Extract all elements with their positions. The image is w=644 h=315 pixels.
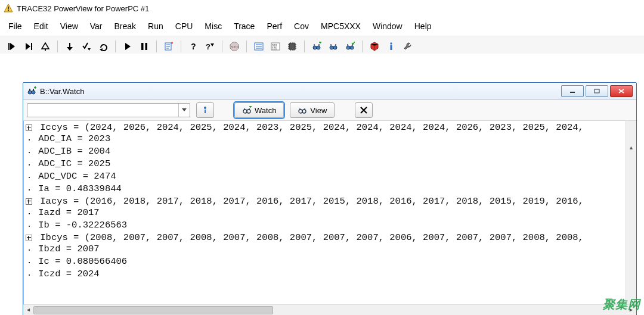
menu-help[interactable]: Help [408,20,438,32]
bullet-icon [26,183,33,196]
stop-sign-button[interactable]: STOP [227,39,242,54]
watch-row[interactable]: Ibcys = (2008, 2007, 2007, 2008, 2007, 2… [26,232,634,244]
svg-marker-4 [26,43,30,50]
watch-row[interactable]: Ia = 0.48339844 [26,183,634,196]
watch-row[interactable]: Iazd = 2017 [26,207,634,220]
wrench-button[interactable] [401,39,415,54]
vertical-scrollbar[interactable]: ▲ [626,121,636,305]
svg-text:101: 101 [272,46,277,50]
step-into-start-button[interactable] [5,39,19,54]
menu-perf[interactable]: Perf [261,20,288,32]
menu-break[interactable]: Break [109,20,143,32]
toolbar-separator [156,40,157,52]
red-cube-button[interactable] [367,39,382,54]
maximize-button[interactable] [586,85,608,97]
watch-row[interactable]: ADC_IC = 2025 [26,158,634,171]
svg-point-41 [243,110,247,113]
minimize-button[interactable] [561,85,584,97]
svg-rect-34 [29,89,30,91]
watch-row[interactable]: Ib = -0.32226563 [26,220,634,232]
watch-row[interactable]: ADC_IB = 2004 [26,146,634,158]
help-arrow-button[interactable]: ? [203,39,217,54]
watch-row[interactable]: Ibzd = 2007 [26,244,634,256]
var-watch-title: B::Var.Watch [40,87,561,96]
watch-list[interactable]: Iccys = (2024, 2026, 2024, 2025, 2024, 2… [23,121,636,315]
svg-marker-3 [10,43,15,50]
combo-dropdown-icon[interactable] [178,104,190,117]
binocular-plus-button[interactable] [309,39,324,54]
expand-icon[interactable] [26,198,32,205]
view-button[interactable]: View [290,102,335,118]
note-plus-button[interactable] [162,39,176,54]
watch-row-text: ADC_VDC = 2474 [33,171,116,182]
menu-mpc5xxx[interactable]: MPC5XXX [315,20,367,32]
menu-run[interactable]: Run [142,20,169,32]
menu-edit[interactable]: Edit [28,20,54,32]
down-arrow-button[interactable] [63,39,77,54]
binocular-check-button[interactable] [343,39,357,54]
menu-var[interactable]: Var [84,20,109,32]
svg-point-27 [346,46,350,49]
watch-row-text: Ic = 0.080566406 [33,256,127,267]
list-lines-icon [254,42,264,51]
scroll-thumb[interactable] [33,306,273,314]
bullet-icon [26,269,33,281]
menu-misc[interactable]: Misc [199,20,228,32]
app-title: TRACE32 PowerView for PowerPC #1 [17,4,149,13]
svg-rect-35 [33,89,34,91]
horizontal-scrollbar[interactable]: ◀ ▶ [23,304,636,315]
svg-rect-10 [141,43,144,50]
watch-row[interactable]: Iczd = 2024 [26,269,634,281]
menu-view[interactable]: View [54,20,84,32]
var-watch-titlebar[interactable]: B::Var.Watch [23,83,636,100]
chip-button[interactable] [285,39,299,54]
play-button[interactable] [120,39,135,54]
binocular-button[interactable] [326,39,340,54]
pause-button[interactable] [137,39,151,54]
pause-icon [140,42,149,51]
down-arrow-icon [65,42,75,51]
watch-row-text: Iazd = 2017 [33,207,100,219]
watch-row[interactable]: Iccys = (2024, 2026, 2024, 2025, 2024, 2… [26,122,634,133]
expand-icon[interactable] [26,235,32,241]
expand-icon[interactable] [26,124,32,131]
expression-combo[interactable] [27,103,190,117]
delete-button[interactable] [355,102,373,118]
watch-row-text: ADC_IB = 2004 [33,146,110,157]
svg-marker-15 [210,43,214,46]
svg-point-24 [317,46,320,49]
menu-cov[interactable]: Cov [288,20,315,32]
scroll-track[interactable] [33,305,626,315]
watch-row[interactable]: Iacys = (2016, 2018, 2017, 2018, 2017, 2… [26,196,634,207]
svg-point-42 [247,110,250,113]
svg-marker-38 [182,108,187,111]
watch-row-text: ADC_IC = 2025 [33,158,110,170]
watch-row[interactable]: ADC_VDC = 2474 [26,171,634,183]
check-down-button[interactable] [79,39,94,54]
scroll-right-icon[interactable]: ▶ [626,305,636,315]
watch-row[interactable]: Ic = 0.080566406 [26,256,634,269]
scroll-left-icon[interactable]: ◀ [23,305,33,315]
binocular-plus-icon [312,42,321,51]
binocular-check-icon [345,42,355,51]
redo-arrow-button[interactable] [96,39,110,54]
watch-button[interactable]: Watch [234,102,284,118]
menu-window[interactable]: Window [367,20,408,32]
step-into-start-icon [7,42,17,51]
menu-trace[interactable]: Trace [228,20,261,32]
menu-file[interactable]: File [2,20,28,32]
svg-rect-1 [8,7,9,10]
step-into-end-button[interactable] [21,39,36,54]
close-button[interactable] [610,85,633,97]
list-lines-button[interactable] [252,39,266,54]
binary-101-button[interactable]: 010101 [268,39,283,54]
svg-text:?: ? [206,42,210,51]
info-button[interactable] [196,102,214,118]
info-i-button[interactable] [384,39,398,54]
expression-input[interactable] [27,104,178,117]
menu-cpu[interactable]: CPU [169,20,199,32]
watch-row[interactable]: ADC_IA = 2023 [26,133,634,146]
help-question-button[interactable]: ? [186,39,200,54]
scroll-up-icon[interactable]: ▲ [626,144,636,154]
step-stop-button[interactable] [38,39,52,54]
